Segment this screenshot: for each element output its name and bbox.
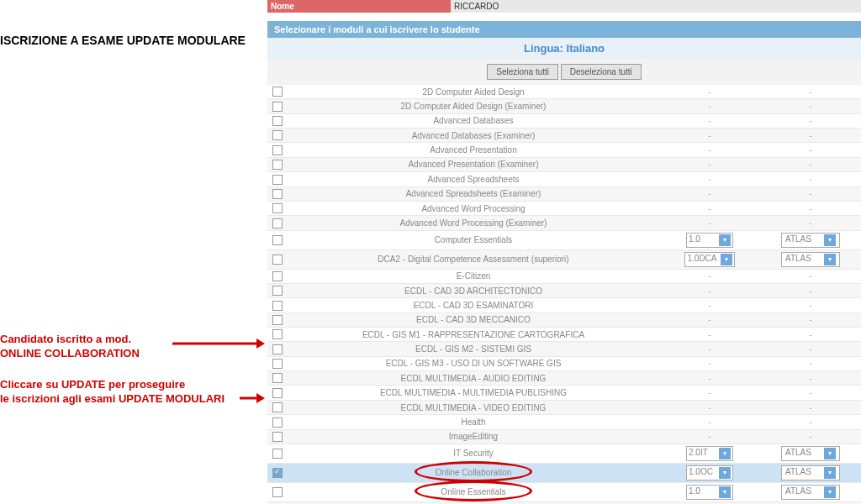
empty-dash: -: [708, 116, 710, 125]
module-checkbox[interactable]: [272, 116, 283, 126]
empty-dash: -: [809, 175, 811, 184]
module-name: ECDL - CAD 3D ESAMINATORI: [288, 298, 659, 312]
empty-dash: -: [809, 344, 811, 354]
module-checkbox[interactable]: [272, 203, 283, 213]
module-checkbox[interactable]: [272, 255, 283, 265]
version-select[interactable]: 1.0OC▾: [686, 465, 733, 480]
empty-dash: -: [809, 417, 811, 427]
module-checkbox[interactable]: [272, 449, 283, 459]
module-checkbox[interactable]: [272, 359, 283, 369]
module-checkbox[interactable]: [272, 102, 283, 112]
module-name: Advanced Word Processing: [288, 201, 659, 215]
module-row: Advanced Spreadsheets--: [267, 172, 861, 186]
module-row: ECDL - GIS M3 - USO DI UN SOFTWARE GIS--: [267, 356, 861, 370]
svg-marker-1: [256, 339, 265, 349]
annotation-update-1: Cliccare su UPDATE per proseguire: [0, 378, 267, 392]
module-checkbox[interactable]: [272, 301, 283, 311]
empty-dash: -: [809, 374, 811, 383]
module-name: ImageEditing: [288, 429, 659, 444]
module-name[interactable]: Online Collaboration: [288, 463, 659, 482]
lingua-header: Lingua: Italiano: [267, 38, 861, 59]
module-checkbox[interactable]: [272, 87, 283, 97]
module-checkbox[interactable]: [272, 432, 283, 442]
atlas-select[interactable]: ATLAS▾: [781, 485, 840, 500]
atlas-select[interactable]: ATLAS▾: [781, 465, 840, 480]
atlas-select[interactable]: ATLAS▾: [781, 233, 840, 248]
module-checkbox[interactable]: [272, 189, 283, 199]
module-checkbox[interactable]: [272, 271, 283, 281]
empty-dash: -: [809, 160, 811, 169]
module-checkbox[interactable]: [272, 329, 283, 339]
module-row: Advanced Databases (Examiner)--: [267, 129, 861, 143]
chevron-down-icon: ▾: [824, 448, 836, 459]
deselect-all-button[interactable]: Deseleziona tutti: [561, 64, 642, 80]
module-checkbox[interactable]: [272, 160, 283, 170]
svg-marker-3: [256, 393, 265, 403]
empty-dash: -: [708, 403, 710, 412]
nome-label: Nome: [267, 0, 451, 13]
empty-dash: -: [708, 359, 710, 368]
atlas-select[interactable]: ATLAS▾: [781, 446, 840, 461]
module-checkbox[interactable]: [272, 315, 283, 325]
module-name[interactable]: Online Essentials: [288, 482, 659, 501]
chevron-down-icon: ▾: [719, 234, 731, 246]
version-select[interactable]: 2.0IT▾: [686, 446, 733, 461]
chevron-down-icon: ▾: [719, 448, 731, 459]
empty-dash: -: [708, 145, 710, 155]
module-checkbox[interactable]: [272, 130, 283, 140]
module-checkbox[interactable]: [272, 286, 283, 296]
module-row: Advanced Word Processing--: [267, 201, 861, 215]
empty-dash: -: [708, 388, 710, 397]
module-checkbox[interactable]: [272, 417, 283, 428]
version-select[interactable]: 1.0DCA▾: [684, 252, 734, 267]
module-row: Advanced Spreadsheets (Examiner)--: [267, 186, 861, 201]
module-name: Computer Essentials: [288, 230, 659, 249]
empty-dash: -: [708, 189, 710, 198]
module-name: IT Security: [288, 444, 659, 463]
empty-dash: -: [809, 204, 811, 213]
empty-dash: -: [809, 403, 811, 412]
module-row: Computer Essentials1.0▾ATLAS▾: [267, 230, 861, 249]
module-checkbox[interactable]: [272, 145, 283, 155]
module-checkbox[interactable]: [272, 468, 283, 478]
empty-dash: -: [809, 218, 811, 228]
version-select[interactable]: 1.0▾: [686, 233, 733, 248]
module-row: E-Citizen--: [267, 269, 861, 283]
module-checkbox[interactable]: [272, 175, 283, 185]
module-row: IT Security2.0IT▾ATLAS▾: [267, 444, 861, 463]
module-checkbox[interactable]: [272, 373, 283, 383]
module-name: Advanced Presentation: [288, 143, 659, 157]
module-name: ECDL MULTIMEDIA - VIDEO EDITING: [288, 400, 659, 414]
module-checkbox[interactable]: [272, 487, 283, 497]
module-row: Advanced Presentation--: [267, 143, 861, 157]
atlas-select[interactable]: ATLAS▾: [781, 252, 840, 267]
empty-dash: -: [809, 301, 811, 310]
module-checkbox[interactable]: [272, 344, 283, 354]
empty-dash: -: [809, 286, 811, 296]
module-row: ECDL - GIS M2 - SISTEMI GIS--: [267, 342, 861, 356]
empty-dash: -: [708, 374, 710, 383]
module-name: E-Citizen: [288, 269, 659, 283]
module-row: Online Collaboration1.0OC▾ATLAS▾: [267, 463, 861, 482]
module-row: Advanced Databases--: [267, 113, 861, 128]
module-checkbox[interactable]: [272, 402, 283, 412]
select-all-button[interactable]: Seleziona tutti: [487, 64, 558, 80]
empty-dash: -: [708, 286, 710, 296]
module-name: ECDL MULTIMEDIA - AUDIO EDITING: [288, 371, 659, 386]
empty-dash: -: [809, 330, 811, 339]
module-name: 2D Computer Aided Design: [288, 85, 659, 99]
empty-dash: -: [708, 175, 710, 184]
module-checkbox[interactable]: [272, 218, 283, 228]
chevron-down-icon: ▾: [719, 467, 731, 479]
empty-dash: -: [708, 417, 710, 427]
module-row: Advanced Presentation (Examiner)--: [267, 157, 861, 171]
nome-value: RICCARDO: [451, 0, 861, 13]
empty-dash: -: [809, 116, 811, 125]
module-name: ECDL MULTIMEDIA - MULTIMEDIA PUBLISHING: [288, 386, 659, 400]
module-row: Advanced Word Processing (Examiner)--: [267, 216, 861, 230]
empty-dash: -: [809, 189, 811, 198]
module-checkbox[interactable]: [272, 235, 283, 245]
version-select[interactable]: 1.0▾: [686, 485, 733, 500]
module-checkbox[interactable]: [272, 388, 283, 398]
module-name: DCA2 - Digital Competence Assessment (su…: [288, 249, 659, 269]
